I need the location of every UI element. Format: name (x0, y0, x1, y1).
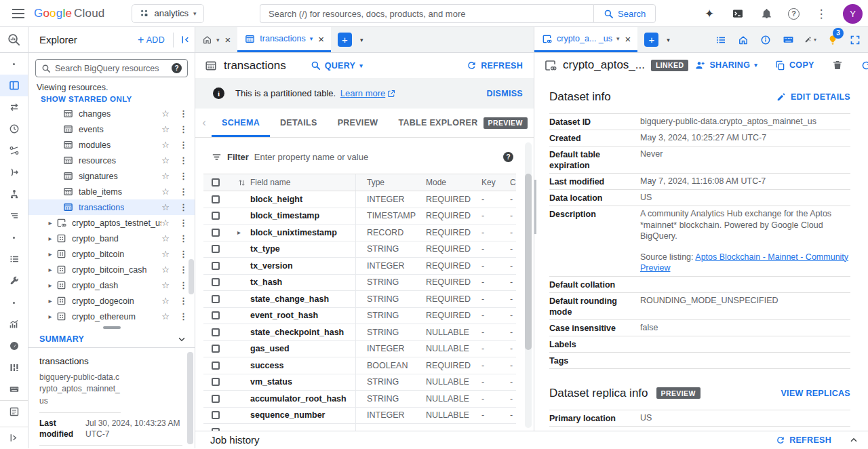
star-icon[interactable]: ☆ (161, 265, 170, 275)
more-actions-icon[interactable]: ⋮ (179, 218, 188, 228)
schema-filter-input[interactable] (254, 152, 498, 162)
add-data-button[interactable]: +ADD (138, 34, 165, 46)
help-icon[interactable]: ? (172, 63, 182, 73)
sharing-button[interactable]: SHARING▾ (694, 60, 757, 71)
more-actions-icon[interactable]: ⋮ (179, 155, 188, 165)
home-tab[interactable]: ▾ × (195, 27, 237, 52)
expander-icon[interactable]: ▸ (45, 266, 56, 273)
tree-item-crypto_bitcoin[interactable]: ▸crypto_bitcoin☆⋮ (28, 246, 195, 262)
delete-icon[interactable] (832, 60, 843, 71)
explorer-scrollbar[interactable] (189, 259, 194, 294)
star-icon[interactable]: ☆ (161, 218, 170, 228)
close-icon[interactable]: × (225, 34, 231, 45)
more-actions-icon[interactable]: ⋮ (179, 296, 188, 306)
menu-icon[interactable] (7, 2, 30, 25)
star-icon[interactable]: ☆ (161, 187, 170, 197)
fullscreen-icon[interactable] (849, 34, 861, 46)
tree-item-signatures[interactable]: signatures☆⋮ (28, 168, 195, 184)
view-tab-preview[interactable]: PREVIEW (328, 109, 389, 137)
tree-item-changes[interactable]: changes☆⋮ (28, 106, 195, 121)
bi-engine-icon[interactable] (0, 357, 28, 378)
star-icon[interactable]: ☆ (161, 171, 170, 181)
help-icon[interactable]: ? (788, 8, 800, 20)
tree-item-events[interactable]: events☆⋮ (28, 121, 195, 137)
chevron-down-icon[interactable]: ▾ (667, 37, 670, 43)
close-icon[interactable]: × (318, 33, 324, 45)
row-checkbox[interactable] (212, 262, 220, 270)
transactions-tab[interactable]: transactions ▾ × (237, 27, 331, 52)
query-button[interactable]: QUERY▾ (311, 60, 363, 71)
row-checkbox[interactable] (212, 411, 220, 419)
resource-hierarchy-icon[interactable] (0, 183, 28, 205)
tree-item-table_items[interactable]: table_items☆⋮ (28, 184, 195, 199)
summary-drag-handle[interactable] (28, 324, 195, 331)
migration-icon[interactable] (0, 161, 28, 183)
recommendations-bulb-icon[interactable]: 3 (827, 34, 839, 46)
row-checkbox[interactable] (212, 311, 220, 319)
dataset-tab[interactable]: crypto_a... _us ▾ × (534, 27, 637, 52)
chevron-down-icon[interactable]: ▾ (310, 35, 313, 42)
view-tab-details[interactable]: DETAILS (270, 109, 328, 137)
more-actions-icon[interactable]: ⋮ (179, 233, 188, 243)
expander-icon[interactable]: ▸ (45, 313, 56, 320)
governance-icon[interactable] (0, 205, 28, 227)
gemini-icon[interactable]: ✦ (703, 7, 716, 20)
more-actions-icon[interactable]: ⋮ (179, 109, 188, 119)
more-actions-icon[interactable]: ⋮ (179, 265, 188, 275)
more-actions-icon[interactable]: ⋮ (179, 171, 188, 181)
more-actions-icon[interactable]: ⋮ (179, 202, 188, 212)
project-selector[interactable]: analytics ▾ (132, 4, 203, 23)
new-tab-button[interactable]: + (338, 33, 352, 47)
bigquery-logo-icon[interactable] (0, 27, 28, 53)
row-checkbox[interactable] (212, 328, 220, 336)
chevron-down-icon[interactable] (177, 334, 186, 344)
row-checkbox[interactable] (212, 362, 220, 370)
administration-wrench-icon[interactable] (0, 270, 28, 292)
query-queues-icon[interactable] (0, 248, 28, 270)
tree-item-resources[interactable]: resources☆⋮ (28, 153, 195, 168)
row-checkbox[interactable] (212, 229, 220, 237)
star-icon[interactable]: ☆ (161, 109, 170, 119)
close-icon[interactable]: × (625, 33, 631, 45)
global-search-input[interactable] (260, 4, 593, 23)
row-checkbox[interactable] (212, 245, 220, 253)
tree-item-crypto_bitcoin_cash[interactable]: ▸crypto_bitcoin_cash☆⋮ (28, 262, 195, 277)
editor-settings-icon[interactable]: ▾ (804, 34, 816, 46)
summary-scrollbar[interactable] (187, 352, 193, 444)
expander-icon[interactable]: ▸ (45, 219, 56, 227)
show-starred-only-link[interactable]: SHOW STARRED ONLY (28, 93, 195, 106)
row-checkbox[interactable] (212, 278, 220, 286)
info-icon[interactable] (760, 34, 772, 46)
main-scrollbar-thumb[interactable] (525, 174, 532, 350)
star-icon[interactable]: ☆ (161, 124, 170, 134)
more-actions-icon[interactable]: ⋮ (179, 187, 188, 197)
row-checkbox[interactable] (212, 195, 220, 203)
table-of-contents-icon[interactable] (715, 34, 727, 46)
more-options-icon[interactable]: ⋮ (814, 7, 828, 20)
more-actions-icon[interactable]: ⋮ (179, 311, 188, 321)
search-button[interactable]: Search (593, 4, 656, 23)
expander-icon[interactable]: ▸ (45, 235, 56, 242)
copy-button[interactable]: COPY (775, 60, 814, 71)
panel-scrollbar-thumb[interactable] (534, 180, 536, 234)
refresh-icon[interactable] (861, 60, 868, 71)
tree-item-crypto_dash[interactable]: ▸crypto_dash☆⋮ (28, 277, 195, 293)
star-icon[interactable]: ☆ (161, 233, 170, 243)
summary-header[interactable]: SUMMARY (39, 334, 84, 344)
row-checkbox[interactable] (212, 295, 220, 303)
star-icon[interactable]: ☆ (161, 202, 170, 212)
select-all-checkbox[interactable] (212, 178, 220, 187)
cloud-shell-icon[interactable] (731, 7, 745, 20)
home-icon[interactable] (737, 34, 749, 46)
dataplex-compass-icon[interactable] (0, 335, 28, 357)
star-icon[interactable]: ☆ (161, 296, 170, 306)
view-replicas-button[interactable]: VIEW REPLICAS (781, 389, 850, 398)
shortcuts-keyboard-icon[interactable] (782, 34, 794, 46)
expand-rail-icon[interactable] (0, 427, 28, 448)
edit-details-button[interactable]: EDIT DETAILS (776, 92, 850, 102)
collapse-explorer-icon[interactable] (173, 33, 191, 47)
notebooks-icon[interactable] (0, 400, 28, 422)
scheduled-queries-icon[interactable] (0, 118, 28, 140)
row-checkbox[interactable] (212, 378, 220, 386)
refresh-button[interactable]: REFRESH (467, 60, 523, 71)
